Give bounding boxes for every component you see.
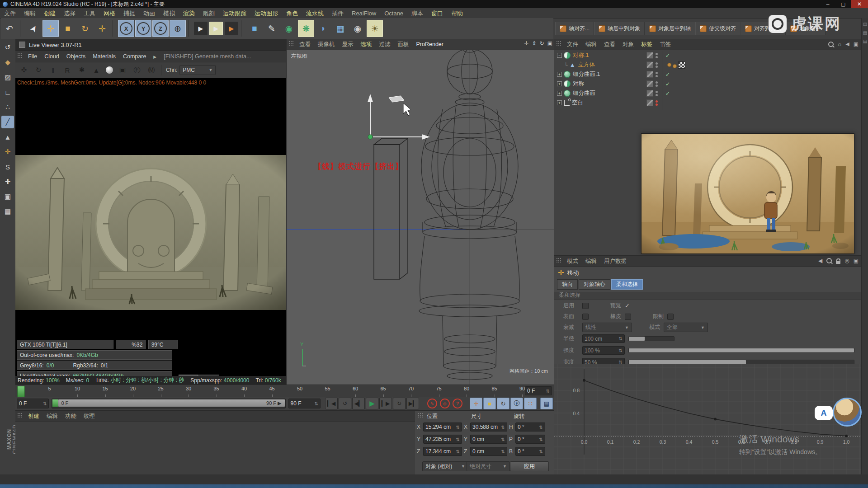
visibility-dots[interactable] — [656, 100, 658, 106]
live-selection-icon[interactable]: ➤ — [22, 17, 45, 40]
coord-mode-dropdown[interactable]: 对象 (相对)▼ — [422, 461, 468, 471]
layer-chip[interactable] — [646, 99, 653, 106]
lv-menu-compare[interactable]: Compare — [119, 51, 150, 62]
mat-menu-纹理[interactable]: 纹理 — [80, 411, 99, 422]
panel-grip[interactable] — [556, 41, 561, 46]
add-light-icon[interactable]: ☀ — [367, 20, 383, 37]
om-menu-编辑[interactable]: 编辑 — [582, 39, 600, 50]
menu-创建[interactable]: 创建 — [40, 8, 60, 19]
visibility-dots[interactable] — [656, 62, 658, 68]
range-slider[interactable]: 0 F 90 F ▶ — [52, 399, 285, 408]
phong-tag-icon[interactable] — [667, 63, 671, 67]
timeline-marker[interactable] — [17, 386, 25, 397]
render-settings-icon[interactable]: ✱ — [77, 65, 87, 75]
strength-field[interactable]: 100 %⇅ — [582, 346, 625, 355]
home-icon[interactable]: ⌂ — [838, 41, 841, 47]
am-menu-模式[interactable]: 模式 — [563, 256, 582, 267]
next-frame-button[interactable]: ▎▶ — [379, 398, 392, 409]
object-row-细分曲面[interactable]: +细分曲面✓ — [554, 89, 861, 98]
lock-y-icon[interactable]: Y — [135, 20, 151, 37]
texture-tag-icon[interactable] — [678, 61, 685, 69]
rotate-view-icon[interactable]: ↻ — [540, 40, 544, 47]
size-z-field[interactable]: 0 cm⇅ — [470, 447, 507, 456]
go-to-start-button[interactable]: ▎◀ — [325, 398, 338, 409]
selection-tag-icon[interactable] — [673, 64, 677, 68]
panel-grip[interactable] — [17, 413, 23, 418]
enable-snap-icon[interactable]: ✚ — [1, 175, 14, 188]
add-floor-icon[interactable]: ▦ — [332, 20, 349, 37]
am-menu-编辑[interactable]: 编辑 — [582, 256, 600, 267]
om-menu-对象[interactable]: 对象 — [619, 39, 637, 50]
panel-grip[interactable] — [556, 258, 561, 263]
reset-render-icon[interactable]: R — [62, 65, 72, 75]
lock-workplane-icon[interactable]: ▣ — [1, 190, 14, 203]
menu-帮助[interactable]: 帮助 — [447, 8, 467, 19]
tab-柔和选择[interactable]: 柔和选择 — [611, 279, 643, 290]
lv-menu-file[interactable]: File — [24, 51, 41, 62]
falloff-dropdown[interactable]: 线性▼ — [582, 323, 632, 332]
lv-menu-cloud[interactable]: Cloud — [41, 51, 63, 62]
render-settings-icon[interactable]: ▶ — [225, 22, 238, 35]
pan-view-icon[interactable]: ✛ — [524, 40, 528, 47]
layer-chip[interactable] — [646, 52, 653, 59]
expand-toggle[interactable]: + — [557, 81, 562, 86]
menu-雕刻[interactable]: 雕刻 — [199, 8, 219, 19]
restart-render-icon[interactable]: ↻ — [33, 65, 43, 75]
play-backwards-button[interactable]: ↺ — [339, 398, 351, 409]
viewport-menu-过滤[interactable]: 过滤 — [376, 39, 394, 50]
generator-check[interactable]: ✓ — [665, 71, 670, 78]
menu-网格[interactable]: 网格 — [99, 8, 119, 19]
menu-窗口[interactable]: 窗口 — [427, 8, 447, 19]
rotation-h-field[interactable]: 0 °⇅ — [515, 422, 545, 432]
autokeying-button[interactable]: ⊙ — [440, 399, 450, 408]
lock-x-icon[interactable]: X — [118, 20, 134, 37]
menu-选择[interactable]: 选择 — [60, 8, 80, 19]
back-icon[interactable]: ◀ — [845, 41, 849, 47]
viewport-menu-ProRender[interactable]: ProRender — [413, 39, 447, 50]
mat-menu-编辑[interactable]: 编辑 — [43, 411, 61, 422]
panel-tab-icon[interactable]: ▤ — [862, 30, 868, 35]
assistant-bubble[interactable]: A — [815, 406, 833, 420]
om-menu-查看[interactable]: 查看 — [600, 39, 619, 50]
visibility-dots[interactable] — [656, 81, 658, 87]
add-generator-icon[interactable]: ❋ — [298, 20, 314, 37]
add-camera-icon[interactable]: ◉ — [349, 20, 366, 37]
record-scale-button[interactable]: ■ — [483, 398, 496, 409]
scale-icon[interactable]: ■ — [60, 20, 76, 37]
polygons-mode-icon[interactable]: ▲ — [1, 131, 14, 143]
coordinate-system-icon[interactable]: ⊕ — [170, 20, 186, 37]
preview-check[interactable]: ✓ — [625, 302, 630, 309]
target-icon[interactable]: ◎ — [844, 258, 849, 264]
menu-运动跟踪[interactable]: 运动跟踪 — [219, 8, 250, 19]
object-row-对称[interactable]: +对称✓ — [554, 79, 861, 89]
menu-RealFlow[interactable]: RealFlow — [348, 9, 380, 18]
record-position-button[interactable]: ✛ — [470, 398, 482, 409]
enable-checkbox[interactable] — [582, 303, 589, 309]
expand-toggle[interactable]: + — [557, 91, 562, 96]
menu-脚本[interactable]: 脚本 — [407, 8, 427, 19]
timeline-ruler[interactable]: 051015202530354045505560657075808590 0 F… — [15, 385, 554, 397]
layer-chip[interactable] — [646, 71, 653, 78]
menu-文件[interactable]: 文件 — [0, 8, 20, 19]
am-menu-用户数据[interactable]: 用户数据 — [600, 256, 630, 267]
panel-tab-icon[interactable]: ▤ — [862, 39, 868, 44]
rotation-p-field[interactable]: 0 °⇅ — [515, 435, 545, 444]
center-axis-to-object-button[interactable]: 轴居中到对象 — [594, 22, 645, 35]
quantize-icon[interactable]: ▦ — [1, 205, 14, 218]
menu-Octane[interactable]: Octane — [380, 9, 407, 18]
previous-frame-button[interactable]: ◀▎ — [352, 398, 365, 409]
center-object-to-axis-button[interactable]: 对象居中到轴 — [645, 22, 695, 35]
apply-button[interactable]: 应用 — [510, 461, 549, 471]
record-keyframe-button[interactable]: ✎ — [427, 399, 437, 408]
render-active-icon[interactable]: ▶ — [209, 22, 223, 35]
viewport-panel[interactable]: 查看摄像机显示选项过滤面板ProRender ✛⇕↻▣ 左视图 — [286, 39, 554, 385]
range-start-field[interactable]: 0 F⇅ — [17, 399, 49, 408]
expand-toggle[interactable]: + — [557, 72, 562, 77]
lock-icon[interactable] — [836, 261, 840, 264]
expand-toggle[interactable]: + — [557, 100, 562, 105]
position-x-field[interactable]: 15.294 cm⇅ — [423, 422, 462, 432]
menu-渲染[interactable]: 渲染 — [179, 8, 199, 19]
search-icon[interactable] — [826, 258, 832, 263]
menu-动画[interactable]: 动画 — [139, 8, 159, 19]
edges-mode-icon[interactable]: ╱ — [1, 116, 14, 128]
